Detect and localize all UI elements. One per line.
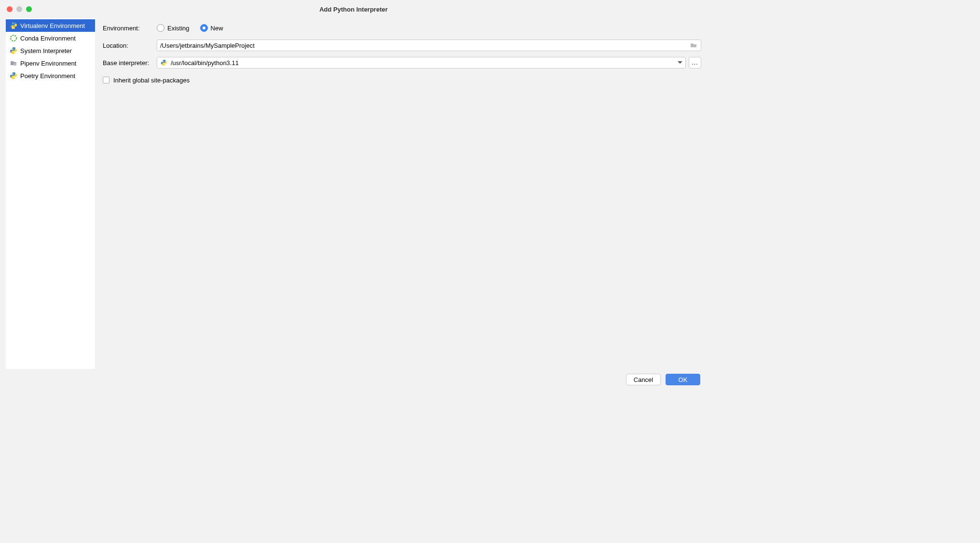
- ok-button[interactable]: OK: [666, 374, 700, 385]
- python-icon: [10, 22, 17, 29]
- checkbox-icon: [103, 77, 109, 83]
- svg-point-6: [12, 73, 13, 74]
- svg-point-1: [14, 27, 15, 28]
- location-input-wrap: [157, 40, 701, 51]
- inherit-row: Inherit global site-packages: [103, 74, 701, 86]
- base-interpreter-combobox[interactable]: /usr/local/bin/python3.11: [157, 57, 686, 68]
- location-label: Location:: [103, 42, 157, 49]
- sidebar-item-poetry[interactable]: Poetry Environment: [6, 69, 95, 82]
- svg-point-4: [14, 53, 15, 54]
- environment-row: Environment: Existing New: [103, 22, 701, 34]
- dialog-body: Virtualenv Environment Conda Environment…: [0, 18, 707, 392]
- dialog-footer: Cancel OK: [0, 369, 707, 392]
- browse-interpreter-button[interactable]: ...: [689, 57, 701, 68]
- radio-label: Existing: [167, 25, 190, 32]
- folder-browse-icon[interactable]: [689, 41, 698, 50]
- inherit-checkbox[interactable]: Inherit global site-packages: [103, 77, 190, 84]
- form-panel: Environment: Existing New Location:: [95, 18, 701, 369]
- base-interpreter-value: /usr/local/bin/python3.11: [171, 59, 675, 67]
- sidebar-item-label: System Interpreter: [20, 47, 72, 54]
- traffic-lights: [7, 6, 32, 12]
- window-title: Add Python Interpreter: [319, 6, 388, 13]
- sidebar-item-conda[interactable]: Conda Environment: [6, 32, 95, 44]
- svg-point-8: [163, 60, 163, 61]
- python-icon: [160, 59, 168, 67]
- python-icon: [10, 72, 17, 80]
- svg-point-3: [12, 48, 13, 49]
- maximize-window-button[interactable]: [26, 6, 32, 12]
- sidebar-item-label: Pipenv Environment: [20, 60, 76, 67]
- python-icon: [10, 47, 17, 54]
- radio-existing[interactable]: Existing: [157, 24, 190, 32]
- location-input[interactable]: [160, 42, 689, 49]
- cancel-button[interactable]: Cancel: [626, 374, 661, 385]
- sidebar-item-virtualenv[interactable]: Virtualenv Environment: [6, 19, 95, 32]
- pipenv-icon: [10, 59, 17, 67]
- environment-radio-group: Existing New: [157, 24, 223, 32]
- chevron-down-icon: [678, 61, 682, 64]
- sidebar-item-label: Conda Environment: [20, 35, 76, 42]
- close-window-button[interactable]: [7, 6, 13, 12]
- svg-point-2: [11, 35, 16, 41]
- svg-rect-5: [14, 63, 16, 66]
- environment-label: Environment:: [103, 25, 157, 32]
- interpreter-type-sidebar: Virtualenv Environment Conda Environment…: [6, 18, 95, 369]
- sidebar-item-pipenv[interactable]: Pipenv Environment: [6, 57, 95, 69]
- conda-icon: [10, 34, 17, 42]
- location-row: Location:: [103, 40, 701, 51]
- svg-point-7: [14, 78, 15, 79]
- base-interpreter-label: Base interpreter:: [103, 59, 157, 67]
- svg-point-0: [12, 23, 13, 24]
- radio-icon: [157, 24, 164, 32]
- radio-label: New: [211, 25, 223, 32]
- radio-icon: [200, 24, 208, 32]
- sidebar-item-label: Virtualenv Environment: [20, 22, 85, 29]
- minimize-window-button[interactable]: [16, 6, 22, 12]
- sidebar-item-system[interactable]: System Interpreter: [6, 44, 95, 57]
- sidebar-item-label: Poetry Environment: [20, 72, 75, 80]
- titlebar: Add Python Interpreter: [0, 0, 707, 18]
- checkbox-label: Inherit global site-packages: [113, 77, 190, 84]
- content-area: Virtualenv Environment Conda Environment…: [0, 18, 707, 369]
- svg-point-9: [164, 65, 165, 65]
- radio-new[interactable]: New: [200, 24, 223, 32]
- dialog-window: Add Python Interpreter Virtualenv Enviro…: [0, 0, 707, 392]
- base-interpreter-row: Base interpreter: /usr/local/bin/python3…: [103, 57, 701, 68]
